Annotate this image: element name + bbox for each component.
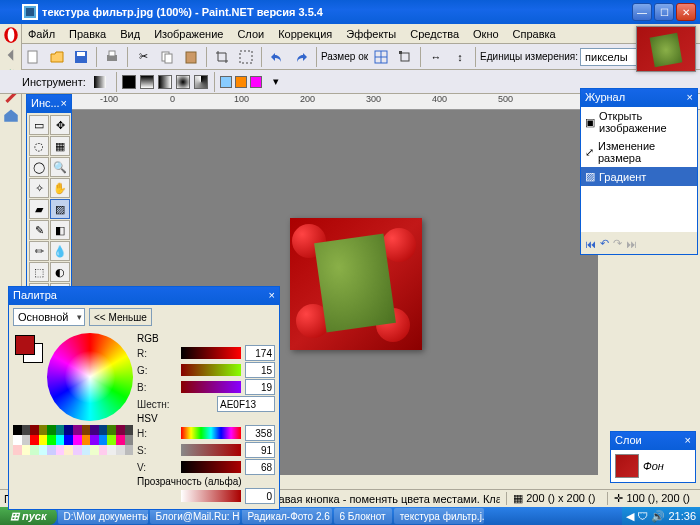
tray-icon[interactable]: 🛡 [637, 510, 648, 522]
tool-clone[interactable]: ⬚ [29, 262, 49, 282]
task-paintnet[interactable]: текстура фильтр.j... [394, 508, 484, 524]
history-rewind-icon[interactable]: ⏮ [585, 238, 596, 250]
r-input[interactable] [245, 345, 275, 361]
tool-gradient[interactable]: ▨ [50, 199, 70, 219]
g-slider[interactable] [181, 364, 241, 376]
menu-file[interactable]: Файл [22, 26, 61, 42]
h-slider[interactable] [181, 427, 241, 439]
v-input[interactable] [245, 459, 275, 475]
tray-icon[interactable]: ◀ [626, 510, 634, 523]
history-item-open[interactable]: ▣Открыть изображение [581, 107, 697, 137]
print-button[interactable] [101, 46, 123, 68]
task-explorer[interactable]: D:\Мои документы\... [58, 508, 148, 524]
menu-edit[interactable]: Правка [63, 26, 112, 42]
tray-icon[interactable]: 🔊 [651, 510, 665, 523]
history-undo-icon[interactable]: ↶ [600, 237, 609, 250]
tool-hand[interactable]: ✋ [50, 178, 70, 198]
back-icon[interactable] [2, 46, 20, 64]
history-item-gradient[interactable]: ▨Градиент [581, 167, 697, 186]
redo-button[interactable] [290, 46, 312, 68]
gradient-conical-icon[interactable] [194, 75, 208, 89]
svg-rect-7 [109, 51, 115, 56]
b-input[interactable] [245, 379, 275, 395]
paste-button[interactable] [180, 46, 202, 68]
tool-fill[interactable]: ▰ [29, 199, 49, 219]
canvas-thumbnail[interactable] [636, 26, 696, 72]
fliph-button[interactable]: ↔ [425, 46, 447, 68]
toolbox-close-icon[interactable]: × [61, 97, 67, 111]
tool-indicator[interactable] [89, 71, 111, 93]
resize-button[interactable] [394, 46, 416, 68]
s-input[interactable] [245, 442, 275, 458]
tool-ellipse-select[interactable]: ◯ [29, 157, 49, 177]
canvas-size-button[interactable] [370, 46, 392, 68]
menu-view[interactable]: Вид [114, 26, 146, 42]
opera-icon [2, 26, 20, 44]
undo-button[interactable] [266, 46, 288, 68]
maximize-button[interactable]: ☐ [654, 3, 674, 21]
open-button[interactable] [46, 46, 68, 68]
menu-layers[interactable]: Слои [231, 26, 270, 42]
history-item-resize[interactable]: ⤢Изменение размера [581, 137, 697, 167]
color-wheel[interactable] [47, 333, 133, 421]
palette-less-button[interactable]: << Меньше [89, 308, 152, 326]
tool-brush[interactable]: ✎ [29, 220, 49, 240]
tool-lasso[interactable]: ◌ [29, 136, 49, 156]
r-slider[interactable] [181, 347, 241, 359]
menu-effects[interactable]: Эффекты [340, 26, 402, 42]
color-b-icon[interactable] [235, 76, 247, 88]
menu-help[interactable]: Справка [507, 26, 562, 42]
g-input[interactable] [245, 362, 275, 378]
s-slider[interactable] [181, 444, 241, 456]
tool-pencil[interactable]: ✏ [29, 241, 49, 261]
palette-close-icon[interactable]: × [269, 289, 275, 303]
menu-window[interactable]: Окно [467, 26, 505, 42]
gradient-linear3-icon[interactable] [158, 75, 172, 89]
tool-rect-select[interactable]: ▭ [29, 115, 49, 135]
v-slider[interactable] [181, 461, 241, 473]
task-radikal[interactable]: Радикал-Фото 2.6 ... [242, 508, 332, 524]
alpha-slider[interactable] [181, 490, 241, 502]
v-label: V: [137, 462, 177, 473]
gradient-linear2-icon[interactable] [140, 75, 154, 89]
canvas-image[interactable] [290, 218, 422, 350]
tool-eraser[interactable]: ◧ [50, 220, 70, 240]
tool-picker[interactable]: 💧 [50, 241, 70, 261]
tool-recolor[interactable]: ◐ [50, 262, 70, 282]
palette-mode-combo[interactable]: Основной [13, 308, 85, 326]
systray[interactable]: ◀ 🛡 🔊 21:36 [622, 507, 700, 525]
color-c-icon[interactable] [250, 76, 262, 88]
h-input[interactable] [245, 425, 275, 441]
menu-tools[interactable]: Средства [404, 26, 465, 42]
gradient-linear-icon[interactable] [122, 75, 136, 89]
save-button[interactable] [70, 46, 92, 68]
deselect-button[interactable] [235, 46, 257, 68]
close-button[interactable]: ✕ [676, 3, 696, 21]
gradient-radial-icon[interactable] [176, 75, 190, 89]
crop-button[interactable] [211, 46, 233, 68]
color-mode-dropdown[interactable]: ▾ [265, 71, 287, 93]
alpha-input[interactable] [245, 488, 275, 504]
task-mailru[interactable]: Блоги@Mail.Ru: Но... [150, 508, 240, 524]
minimize-button[interactable]: — [632, 3, 652, 21]
tool-magic-wand[interactable]: ✧ [29, 178, 49, 198]
cut-button[interactable]: ✂ [132, 46, 154, 68]
hex-input[interactable] [217, 396, 275, 412]
b-slider[interactable] [181, 381, 241, 393]
history-close-icon[interactable]: × [687, 91, 693, 105]
copy-button[interactable] [156, 46, 178, 68]
primary-secondary-swatch[interactable] [15, 335, 43, 363]
color-a-icon[interactable] [220, 76, 232, 88]
menu-adjust[interactable]: Коррекция [272, 26, 338, 42]
tool-move-selection[interactable]: ▦ [50, 136, 70, 156]
flipv-button[interactable]: ↕ [449, 46, 471, 68]
home-icon[interactable] [2, 106, 20, 124]
new-button[interactable] [22, 46, 44, 68]
task-notepad[interactable]: 6 Блокнот [334, 508, 392, 524]
tool-zoom[interactable]: 🔍 [50, 157, 70, 177]
menu-image[interactable]: Изображение [148, 26, 229, 42]
swatches[interactable] [13, 425, 133, 455]
layers-close-icon[interactable]: × [685, 434, 691, 448]
layer-row[interactable]: Фон [611, 450, 695, 482]
tool-move[interactable]: ✥ [50, 115, 70, 135]
